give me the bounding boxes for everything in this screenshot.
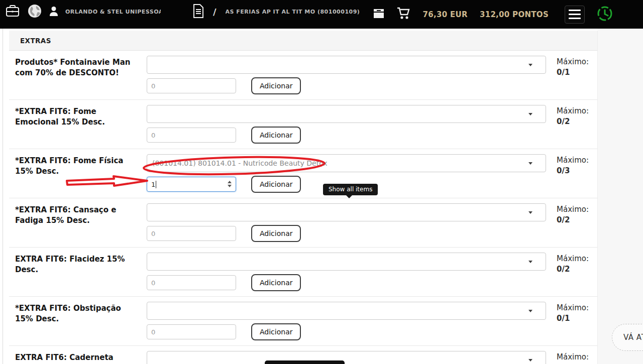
product-select[interactable]	[147, 203, 546, 221]
max-value: 0/2	[557, 215, 597, 224]
left-border-rule	[3, 29, 3, 364]
extra-label: *EXTRA FIT6: Obstipação 15% Desc.	[15, 301, 147, 340]
package-icon[interactable]	[373, 8, 385, 22]
product-select[interactable]	[147, 105, 546, 123]
max-column: Máximo: 0/2	[546, 252, 597, 291]
topbar-right-group: 76,30 EUR 312,00 PONTOS	[373, 0, 613, 29]
product-select[interactable]	[147, 253, 546, 271]
extra-controls: 0 Adicionar Show all items	[147, 202, 546, 242]
extras-panel-header: EXTRAS	[9, 31, 597, 51]
document-icon[interactable]	[192, 4, 205, 21]
max-label: Máximo:	[557, 254, 597, 263]
text-cursor	[156, 181, 156, 188]
bottom-submit-button[interactable]	[265, 360, 345, 364]
product-select[interactable]	[147, 351, 546, 364]
max-label: Máximo:	[557, 352, 597, 361]
quantity-placeholder: 0	[151, 132, 155, 139]
quantity-placeholder: 0	[151, 328, 155, 336]
quantity-placeholder: 0	[151, 82, 155, 90]
extra-controls: 0 Adicionar Show all items	[147, 104, 546, 144]
topbar-left-group: ORLANDO & STEL UNIPESSOAL LDA / AS FERIA…	[0, 4, 360, 21]
max-column: Máximo: 0/1	[546, 301, 597, 340]
quantity-input[interactable]: 0	[147, 275, 236, 290]
extras-row: *EXTRA FIT6: Fome Física 15% Desc. (8010…	[9, 149, 597, 198]
chevron-down-icon	[528, 310, 532, 312]
max-label: Máximo:	[557, 156, 597, 165]
product-select-value: (801014.01) 801014.01 - Nutricode Beauty…	[152, 159, 328, 167]
extra-controls: 0 Adicionar Show all items	[147, 55, 546, 94]
document-ref[interactable]: AS FERIAS AP IT AL TIT MO (801000109)	[226, 9, 360, 15]
menu-icon[interactable]	[565, 6, 585, 24]
extra-label: EXTRA FIT6: Caderneta Etapa 1 por apenas…	[15, 350, 147, 364]
max-label: Máximo:	[557, 57, 597, 66]
quantity-placeholder: 0	[151, 230, 155, 237]
user-icon[interactable]	[49, 6, 58, 18]
extra-label: *EXTRA FIT6: Fome Emocional 15% Desc.	[15, 104, 147, 144]
extra-controls: 0 Adicionar Show all items	[147, 252, 546, 291]
quantity-placeholder: 0	[151, 279, 155, 287]
extra-controls: 0 Adicionar Show all items	[147, 301, 546, 340]
chevron-down-icon	[528, 261, 532, 263]
max-column: Máximo: 0/1	[546, 350, 597, 364]
extras-panel: EXTRAS Produtos* Fontainavie Man com 70%…	[9, 31, 598, 364]
max-column: Máximo: 0/3	[546, 153, 597, 193]
extras-row: Produtos* Fontainavie Man com 70% de DES…	[9, 51, 597, 100]
chevron-down-icon	[528, 211, 532, 214]
number-spinner[interactable]	[228, 181, 232, 187]
account-name[interactable]: ORLANDO & STEL UNIPESSOAL LDA	[65, 9, 161, 15]
add-button[interactable]: Adicionar	[251, 225, 301, 242]
max-column: Máximo: 0/1	[546, 55, 597, 94]
extras-rows: Produtos* Fontainavie Man com 70% de DES…	[9, 51, 597, 364]
quantity-input[interactable]: 0	[147, 324, 236, 339]
quantity-value: 1	[151, 181, 155, 188]
cart-total: 76,30 EUR	[423, 10, 468, 19]
max-value: 0/1	[557, 314, 597, 323]
quantity-input[interactable]: 0	[147, 226, 236, 241]
chevron-down-icon	[528, 113, 532, 115]
max-label: Máximo:	[557, 205, 597, 214]
quantity-input[interactable]: 0 1	[147, 177, 236, 192]
points-balance: 312,00 PONTOS	[480, 10, 549, 19]
extras-title: EXTRAS	[20, 37, 51, 45]
extra-label: *EXTRA FIT6: Cansaço e Fadiga 15% Desc.	[15, 202, 147, 242]
cart-icon[interactable]	[397, 7, 411, 22]
briefcase-icon[interactable]	[5, 4, 20, 21]
chevron-down-icon	[528, 162, 532, 165]
extra-label: EXTRA FIT6: Flacidez 15% Desc.	[15, 252, 147, 291]
globe-icon[interactable]	[27, 4, 42, 21]
product-select[interactable]	[147, 302, 546, 320]
extras-row: EXTRA FIT6: Flacidez 15% Desc. 0 Adicion…	[9, 248, 597, 297]
max-value: 0/3	[557, 166, 597, 175]
extra-controls: (801014.01) 801014.01 - Nutricode Beauty…	[147, 153, 546, 193]
go-to-button[interactable]: VÁ ATÉ	[612, 324, 643, 351]
max-value: 0/2	[557, 117, 597, 126]
extras-row: *EXTRA FIT6: Cansaço e Fadiga 15% Desc. …	[9, 198, 597, 248]
extras-row: *EXTRA FIT6: Obstipação 15% Desc. 0 Adic…	[9, 297, 597, 346]
add-button[interactable]: Adicionar	[251, 274, 301, 291]
max-value: 0/1	[557, 68, 597, 77]
max-column: Máximo: 0/2	[546, 202, 597, 242]
extras-row: *EXTRA FIT6: Fome Emocional 15% Desc. 0 …	[9, 100, 597, 149]
slash-separator: /	[213, 7, 217, 17]
add-button[interactable]: Adicionar	[251, 176, 301, 193]
right-background-strip	[598, 29, 643, 364]
max-value: 0/2	[557, 265, 597, 274]
add-button[interactable]: Adicionar	[251, 323, 301, 340]
product-select[interactable]	[147, 56, 546, 74]
clock-icon[interactable]	[597, 6, 613, 24]
chevron-down-icon	[528, 64, 532, 66]
add-button[interactable]: Adicionar	[251, 77, 301, 94]
extra-controls: 0 Adicionar Show all items	[147, 350, 546, 364]
extra-label: *EXTRA FIT6: Fome Física 15% Desc.	[15, 153, 147, 193]
add-button[interactable]: Adicionar	[251, 127, 301, 144]
quantity-input[interactable]: 0	[147, 78, 236, 93]
product-select[interactable]: (801014.01) 801014.01 - Nutricode Beauty…	[147, 154, 546, 172]
quantity-input[interactable]: 0	[147, 128, 236, 143]
chevron-down-icon	[528, 359, 532, 361]
max-label: Máximo:	[557, 303, 597, 312]
top-navigation-bar: ORLANDO & STEL UNIPESSOAL LDA / AS FERIA…	[0, 0, 643, 29]
max-column: Máximo: 0/2	[546, 104, 597, 144]
max-label: Máximo:	[557, 106, 597, 115]
extra-label: Produtos* Fontainavie Man com 70% de DES…	[15, 55, 147, 94]
